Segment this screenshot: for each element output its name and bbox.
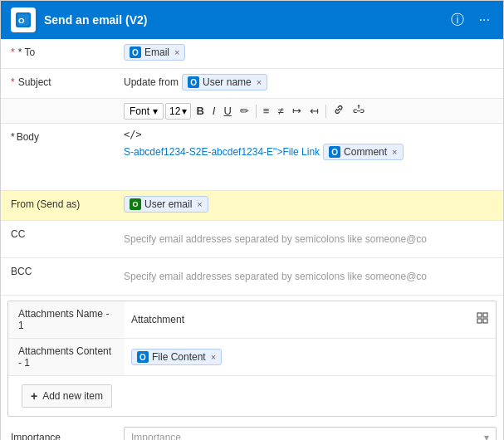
comment-token-close[interactable]: × xyxy=(392,147,397,157)
bullet-list-button[interactable]: ≡ xyxy=(260,103,273,119)
from-value[interactable]: O User email × xyxy=(117,191,503,218)
att-name-row: Attachments Name - 1 Attatchment xyxy=(8,301,496,339)
body-content-row: * Body </> S-abcdef1234-S2E-abcdef1234-E… xyxy=(1,124,503,190)
importance-chevron-icon: ▾ xyxy=(484,432,489,440)
paint-button[interactable]: ✏ xyxy=(237,103,252,119)
subject-prefix-text: Update from xyxy=(124,76,179,88)
att-content-label: Attachments Content - 1 xyxy=(8,339,125,375)
info-button[interactable]: ⓘ xyxy=(448,10,467,31)
cc-row: CC Specify email addresses separated by … xyxy=(1,221,503,258)
comment-token-icon: O xyxy=(329,146,340,158)
token-outlook-icon: O xyxy=(130,46,141,58)
from-label: From (Send as) xyxy=(1,191,117,218)
user-email-token: O User email × xyxy=(124,196,208,213)
svg-rect-6 xyxy=(483,319,487,323)
add-new-wrapper: + Add new item xyxy=(8,376,496,416)
bcc-value[interactable]: Specify email addresses separated by sem… xyxy=(117,258,503,295)
file-content-token-icon: O xyxy=(137,351,149,363)
unlink-button[interactable] xyxy=(350,102,368,120)
username-token-close[interactable]: × xyxy=(257,77,262,87)
importance-label: Importance xyxy=(7,432,124,440)
font-size-select[interactable]: 12 ▾ xyxy=(165,103,191,120)
subject-value[interactable]: Update from O User name × xyxy=(117,69,503,95)
user-email-token-close[interactable]: × xyxy=(197,199,202,209)
attachments-section: Attachments Name - 1 Attatchment Attachm… xyxy=(7,301,497,417)
subject-label: * Subject xyxy=(1,69,117,95)
subject-row: * Subject Update from O User name × xyxy=(1,69,503,99)
username-token: O User name × xyxy=(182,74,267,90)
bold-button[interactable]: B xyxy=(193,103,207,119)
email-token-close[interactable]: × xyxy=(174,47,179,57)
card-header: O Send an email (V2) ⓘ ··· xyxy=(1,1,503,39)
toolbar-divider2 xyxy=(325,105,326,118)
email-token: O Email × xyxy=(124,44,185,61)
svg-rect-4 xyxy=(483,313,487,317)
cc-label: CC xyxy=(1,221,117,247)
body-toolbar: Font ▾ 12 ▾ B I U ✏ ≡ ≠ ↦ ↤ xyxy=(1,99,503,124)
svg-text:O: O xyxy=(18,16,25,25)
italic-button[interactable]: I xyxy=(209,103,219,119)
send-email-card: O Send an email (V2) ⓘ ··· * * To O Emai… xyxy=(0,0,504,440)
plus-icon: + xyxy=(31,389,37,403)
bcc-placeholder: Specify email addresses separated by sem… xyxy=(124,263,427,290)
body-editor[interactable]: </> S-abcdef1234-S2E-abcdef1234-E">File … xyxy=(117,124,503,190)
bcc-row: BCC Specify email addresses separated by… xyxy=(1,258,503,296)
body-section: Font ▾ 12 ▾ B I U ✏ ≡ ≠ ↦ ↤ xyxy=(1,99,503,191)
underline-button[interactable]: U xyxy=(220,103,234,119)
att-name-label: Attachments Name - 1 xyxy=(8,301,125,338)
file-content-token-close[interactable]: × xyxy=(211,352,216,362)
svg-rect-3 xyxy=(477,313,482,317)
outlook-icon: O xyxy=(16,12,31,27)
token-outlook-icon2: O xyxy=(188,76,199,88)
file-content-token: O File Content × xyxy=(131,349,222,365)
add-new-item-button[interactable]: + Add new item xyxy=(22,384,112,408)
att-name-value[interactable]: Attatchment xyxy=(125,309,469,330)
to-row: * * To O Email × xyxy=(1,39,503,69)
att-content-value[interactable]: O File Content × xyxy=(125,344,496,370)
more-button[interactable]: ··· xyxy=(476,11,493,29)
font-select[interactable]: Font ▾ xyxy=(124,103,164,120)
att-content-row: Attachments Content - 1 O File Content × xyxy=(8,339,496,376)
cc-placeholder: Specify email addresses separated by sem… xyxy=(124,226,427,252)
body-label: * Body xyxy=(1,124,117,150)
outdent-button[interactable]: ↤ xyxy=(306,103,322,119)
bcc-label: BCC xyxy=(1,258,117,285)
to-value[interactable]: O Email × xyxy=(117,39,503,66)
link-button[interactable] xyxy=(330,102,348,120)
importance-select[interactable]: Importance ▾ xyxy=(124,427,497,440)
card-title: Send an email (V2) xyxy=(44,13,439,27)
body-code-tag: </> xyxy=(124,129,497,140)
header-actions: ⓘ ··· xyxy=(448,10,493,31)
file-link-text: S-abcdef1234-S2E-abcdef1234-E">File Link xyxy=(124,146,320,158)
header-icon-box: O xyxy=(11,7,36,32)
indent-button[interactable]: ↦ xyxy=(289,103,305,119)
svg-rect-5 xyxy=(477,319,482,323)
comment-token: O Comment × xyxy=(323,144,403,160)
form-body: * * To O Email × * Subject Update fro xyxy=(1,39,503,440)
toolbar-divider1 xyxy=(256,105,257,118)
from-row: From (Send as) O User email × xyxy=(1,191,503,221)
body-token-row: S-abcdef1234-S2E-abcdef1234-E">File Link… xyxy=(124,144,497,160)
cc-value[interactable]: Specify email addresses separated by sem… xyxy=(117,221,503,257)
number-list-button[interactable]: ≠ xyxy=(274,103,286,119)
att-action-icon[interactable] xyxy=(469,308,496,331)
to-label: * * To xyxy=(1,39,117,66)
importance-row: Importance Importance ▾ xyxy=(1,422,503,440)
token-green-icon: O xyxy=(130,198,141,210)
